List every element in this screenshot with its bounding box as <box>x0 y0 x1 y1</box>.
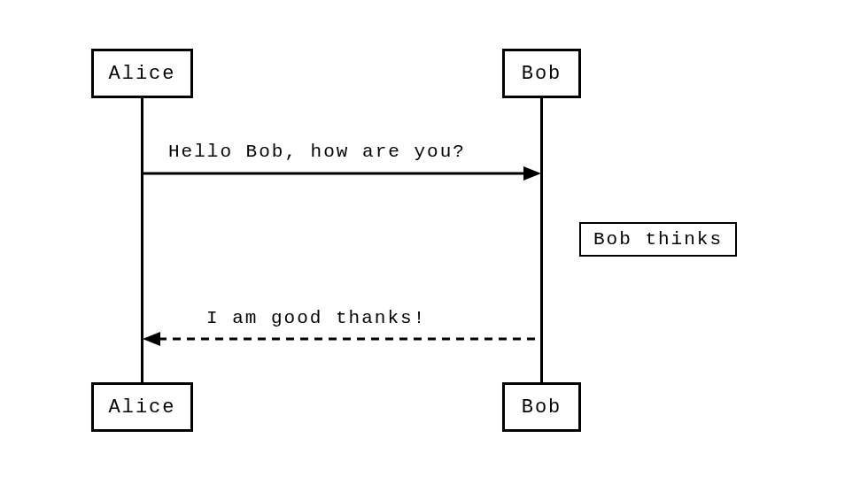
svg-marker-1 <box>523 166 541 181</box>
participant-label: Bob <box>522 396 562 419</box>
participant-label: Bob <box>522 63 562 85</box>
participant-bob-top: Bob <box>502 49 581 98</box>
note-label: Bob thinks <box>593 229 723 250</box>
sequence-diagram: Alice Bob Hello Bob, how are you? Bob th… <box>0 0 868 492</box>
participant-alice-bottom: Alice <box>91 382 193 432</box>
message-arrow-1 <box>143 166 541 184</box>
message-arrow-2 <box>143 332 541 350</box>
note-bob-thinks: Bob thinks <box>579 222 737 257</box>
participant-alice-top: Alice <box>91 49 193 98</box>
participant-bob-bottom: Bob <box>502 382 581 432</box>
participant-label: Alice <box>109 396 176 419</box>
svg-marker-3 <box>143 332 160 346</box>
participant-label: Alice <box>109 63 176 85</box>
message-label-2: I am good thanks! <box>206 308 426 328</box>
message-label-1: Hello Bob, how are you? <box>168 142 466 162</box>
